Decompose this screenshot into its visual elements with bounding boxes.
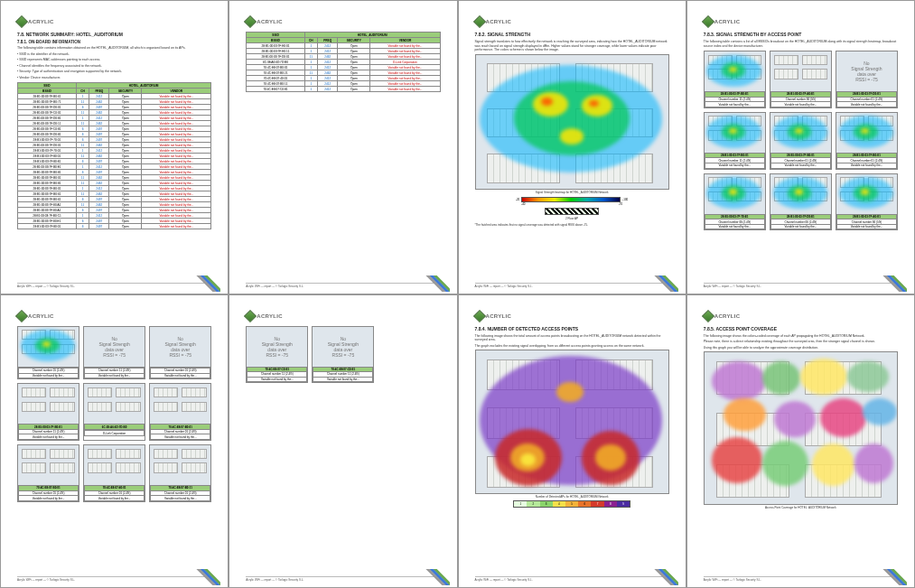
- intro-paragraph: The following table contains information…: [17, 46, 211, 51]
- bullet: • SSID represents MAC addresses pointing…: [17, 58, 211, 62]
- intro-paragraph: Using this graph you will be able to ana…: [704, 346, 898, 350]
- ap-thumbnail: 28:B1:00:03:7F:B0:E1Channel number 01 (2…: [836, 112, 898, 170]
- ap-thumbnail: No Signal Strength data over RSSI = -757…: [246, 326, 308, 384]
- ap-thumbnail-grid: Channel number 01 (2.4G)Variable not fou…: [17, 326, 211, 380]
- page-footer: Acrylic WiFi — report — © Tarlogic Secur…: [475, 283, 669, 288]
- network-table-cont: SSIDHOTEL_AUDITORIUM BSSIDCHFREQSECURITY…: [246, 32, 440, 92]
- ap-thumbnail: 70:4C:E8:07:B0:11Channel number 01 (2.4G…: [149, 444, 211, 502]
- heatmap-caption: Number of Detected APs for HOTEL_AUDITOR…: [475, 495, 669, 499]
- no-signal-legend-icon: [545, 208, 599, 215]
- intro-paragraph: Signal strength translates to how effect…: [475, 40, 669, 52]
- logo: ACRYLIC: [475, 312, 669, 321]
- ap-thumbnail: 28:B1:00:03:7F:B0:E1Channel number 11 (2…: [17, 383, 79, 441]
- page-footer: Acrylic WiFi — report — © Tarlogic Secur…: [17, 576, 211, 582]
- ap-thumbnail-grid: No Signal Strength data over RSSI = -757…: [246, 326, 440, 384]
- ap-thumbnail-grid: 28:B1:00:03:7F:B0:E1Channel number 11 (2…: [704, 51, 898, 230]
- ap-thumbnail: No Signal Strength data over RSSI = -752…: [836, 51, 898, 108]
- page-8: ACRYLIC 7.8.5. ACCESS POINT COVERAGE The…: [686, 294, 915, 589]
- heatmap-caption: Access Point Coverage for HOTEL_AUDITORI…: [704, 506, 898, 509]
- ap-thumbnail: No Signal Strength data over RSSI = -75C…: [149, 326, 211, 380]
- logo: ACRYLIC: [17, 312, 211, 321]
- page-footer: Acrylic WiFi — report — © Tarlogic Secur…: [704, 283, 898, 288]
- ap-thumbnail: Channel number 01 (2.4G)Variable not fou…: [17, 326, 79, 380]
- ap-thumbnail: 28:B1:00:03:7F:A0:E1Channel number 36 (5…: [770, 51, 832, 108]
- logo: ACRYLIC: [475, 17, 669, 26]
- heatmap-caption: Signal Strength heatmap for HOTEL_AUDITO…: [475, 191, 669, 194]
- intro-paragraph: The graph excludes the existing signal o…: [475, 344, 669, 349]
- ap-thumbnail: 28:B1:00:03:7F:70:E1Channel number 06 (2…: [704, 173, 766, 231]
- page-footer: Acrylic WiFi — report — © Tarlogic Secur…: [475, 576, 669, 582]
- logo: ACRYLIC: [17, 17, 211, 26]
- ap-thumbnail: 70:4C:E8:07:40:01Channel number 01 (2.4G…: [83, 444, 145, 502]
- intro-paragraph: The following image shows the colors-cod…: [704, 334, 898, 339]
- logo: ACRYLIC: [246, 17, 440, 26]
- logo: ACRYLIC: [704, 17, 898, 26]
- section-title: 7.8.2. SIGNAL STRENGTH: [475, 32, 669, 37]
- page-4: ACRYLIC 7.8.3. SIGNAL STRENGTH BY ACCESS…: [686, 0, 915, 294]
- page-footer: Acrylic WiFi — report — © Tarlogic Secur…: [246, 576, 440, 582]
- ap-thumbnail: 28:B1:00:03:7F:B0:E1Channel number 11 (2…: [704, 51, 766, 108]
- logo: ACRYLIC: [246, 312, 440, 321]
- ap-thumbnail: 28:B1:00:03:7F:D0:E1Channel number 06 (2…: [770, 173, 832, 231]
- ap-thumbnail-grid: 70:4C:E8:07:B0:01Channel number 01 (2.4G…: [17, 444, 211, 502]
- page-1: ACRYLIC 7.8. NETWORK SUMMARY: HOTEL_AUDI…: [0, 0, 229, 294]
- subsection-title: 7.8.1. ON-BOARD INFORMATION: [17, 40, 211, 44]
- count-scale: 123456789: [513, 500, 630, 508]
- legend-label: 2 Floor AP: [475, 217, 669, 220]
- bullet: • Channel identifies the frequency assoc…: [17, 64, 211, 69]
- network-table: SSIDHOTEL_AUDITORIUM BSSIDCHFREQSECURITY…: [17, 82, 211, 229]
- coverage-heatmap: [704, 351, 898, 505]
- ap-thumbnail: 28:B1:00:03:7F:A0:E1Channel number 36 (5…: [836, 173, 898, 231]
- section-title: 7.8.4. NUMBER OF DETECTED ACCESS POINTS: [475, 326, 669, 331]
- bullet: • SSID is the identifier of the network.: [17, 52, 211, 57]
- page-5: ACRYLIC Channel number 01 (2.4G)Variable…: [0, 294, 229, 589]
- page-footer: Acrylic WiFi — report — © Tarlogic Secur…: [246, 283, 440, 288]
- intro-paragraph: The following image shows the total amou…: [475, 334, 669, 342]
- page-3: ACRYLIC 7.8.2. SIGNAL STRENGTH Signal st…: [458, 0, 686, 294]
- page-footer: Acrylic WiFi — report — © Tarlogic Secur…: [17, 283, 211, 288]
- ap-thumbnail: 6C:38:A6:6D:7D:B0D-Link Corporation: [83, 383, 145, 441]
- section-title: 7.8.3. SIGNAL STRENGTH BY ACCESS POINT: [704, 32, 898, 37]
- bullet: • Security: Type of authentication and e…: [17, 70, 211, 74]
- ap-thumbnail-grid: 28:B1:00:03:7F:B0:E1Channel number 11 (2…: [17, 383, 211, 441]
- ap-thumbnail: 70:4C:E8:07:B0:01Channel number 01 (2.4G…: [149, 383, 211, 441]
- footnote: *The hatched area indicates that no sign…: [475, 224, 669, 228]
- intro-paragraph: The following table contains a list of a…: [704, 40, 898, 48]
- page-6: ACRYLIC No Signal Strength data over RSS…: [229, 294, 457, 589]
- ap-thumbnail: No Signal Strength data over RSSI = -757…: [312, 326, 374, 384]
- ap-thumbnail: 70:4C:E8:07:B0:01Channel number 01 (2.4G…: [17, 444, 79, 502]
- intro-paragraph: Please note, there is a direct relations…: [704, 340, 898, 344]
- ap-thumbnail: 28:B1:00:03:7F:B0:01Channel number 11 (2…: [704, 112, 766, 170]
- ap-thumbnail: 28:B1:00:03:7F:B0:01Channel number 01 (2…: [770, 112, 832, 170]
- ap-thumbnail: No Signal Strength data over RSSI = -75C…: [83, 326, 145, 380]
- section-title: 7.8. NETWORK SUMMARY: HOTEL_AUDITORIUM: [17, 32, 211, 37]
- page-2: ACRYLIC SSIDHOTEL_AUDITORIUM BSSIDCHFREQ…: [229, 0, 457, 294]
- ap-count-heatmap: [475, 350, 669, 494]
- section-title: 7.8.5. ACCESS POINT COVERAGE: [704, 326, 898, 331]
- page-footer: Acrylic WiFi — report — © Tarlogic Secur…: [704, 576, 898, 582]
- logo: ACRYLIC: [704, 312, 898, 321]
- signal-heatmap: [475, 54, 669, 190]
- page-7: ACRYLIC 7.8.4. NUMBER OF DETECTED ACCESS…: [458, 294, 686, 589]
- bullet: • Vendor: Device manufacturer.: [17, 76, 211, 80]
- page-grid: ACRYLIC 7.8. NETWORK SUMMARY: HOTEL_AUDI…: [0, 0, 915, 588]
